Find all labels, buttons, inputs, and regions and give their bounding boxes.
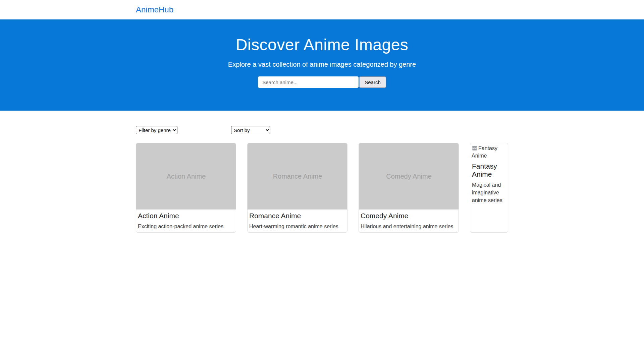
card-description: Exciting action-packed anime series [136, 223, 236, 230]
site-header: AnimeHub [0, 0, 644, 19]
anime-cards-grid: Action Anime Action Anime Exciting actio… [136, 143, 508, 233]
brand-link[interactable]: AnimeHub [136, 5, 173, 14]
filter-controls: Filter by genre Sort by [136, 126, 508, 134]
card-title: Comedy Anime [359, 212, 459, 220]
anime-card-comedy[interactable]: Comedy Anime Comedy Anime Hilarious and … [359, 143, 459, 233]
anime-thumbnail-placeholder: Romance Anime [248, 143, 347, 209]
anime-thumbnail-placeholder: Comedy Anime [359, 143, 459, 209]
hero-subtitle: Explore a vast collection of anime image… [0, 61, 644, 68]
card-title: Action Anime [136, 212, 236, 220]
anime-thumbnail-placeholder: Action Anime [136, 143, 236, 209]
card-description: Magical and imaginative anime series [470, 181, 508, 204]
hero-banner: Discover Anime Images Explore a vast col… [0, 19, 644, 111]
broken-image-alt: Fantasy Anime [470, 143, 508, 160]
anime-card-romance[interactable]: Romance Anime Romance Anime Heart-warmin… [247, 143, 347, 233]
broken-image-icon [472, 145, 478, 151]
card-description: Hilarious and entertaining anime series [359, 223, 459, 230]
card-title: Romance Anime [248, 212, 347, 220]
genre-filter-select[interactable]: Filter by genre [136, 126, 177, 134]
search-input[interactable] [258, 76, 359, 88]
placeholder-text: Comedy Anime [386, 173, 432, 180]
card-description: Heart-warming romantic anime series [248, 223, 347, 230]
search-bar: Search [0, 76, 644, 88]
main-content: Filter by genre Sort by Action Anime Act… [136, 126, 508, 233]
sort-by-select[interactable]: Sort by [231, 126, 270, 134]
placeholder-text: Action Anime [167, 173, 206, 180]
placeholder-text: Romance Anime [273, 173, 322, 180]
hero-title: Discover Anime Images [0, 36, 644, 54]
anime-card-action[interactable]: Action Anime Action Anime Exciting actio… [136, 143, 236, 233]
card-title: Fantasy Anime [470, 162, 508, 178]
anime-card-fantasy[interactable]: Fantasy Anime Fantasy Anime Magical and … [470, 143, 508, 233]
search-button[interactable]: Search [359, 76, 386, 88]
